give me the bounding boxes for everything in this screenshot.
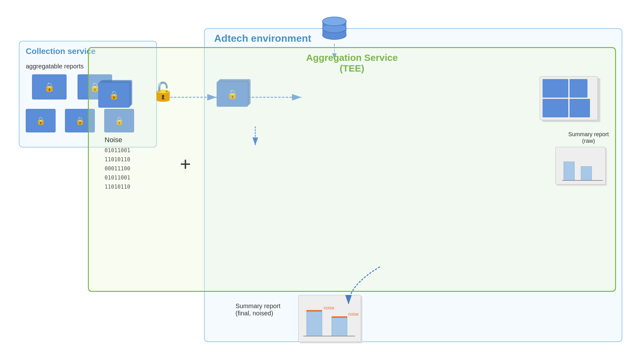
noise-binary: 01011001 11010110 00011100 01011001 1101…	[105, 146, 130, 191]
aggregation-tee-box: Aggregation Service (TEE) 🔒 🔓	[88, 47, 616, 292]
open-lock-icon: 🔓	[152, 81, 174, 102]
svg-point-4	[322, 17, 346, 26]
noise-section: Noise 01011001 11010110 00011100 0101100…	[105, 136, 130, 191]
collection-service-label: Collection service	[26, 46, 96, 56]
database-icon	[320, 16, 349, 45]
diagram-container: Adtech environment Collection service ag…	[9, 9, 629, 355]
summary-report-raw-paper	[555, 147, 606, 185]
noise-label: Noise	[105, 136, 130, 144]
locked-doc-3: 🔒	[26, 109, 56, 132]
summary-report-final-label: Summary report (final, noised)	[235, 302, 280, 317]
decrypted-docs-grid	[540, 76, 603, 123]
aggregatable-reports-label: aggregatable reports	[26, 63, 84, 70]
noise-label-2: noise	[348, 312, 359, 317]
adtech-environment-label: Adtech environment	[214, 33, 311, 44]
plus-sign: +	[180, 153, 191, 175]
summary-report-final-paper: noise noise	[298, 295, 361, 342]
summary-report-raw-label: Summary report (raw)	[568, 131, 609, 144]
locked-doc-1: 🔒	[32, 74, 67, 99]
aggregation-service-label: Aggregation Service (TEE)	[306, 52, 398, 74]
noise-label-1: noise	[324, 305, 334, 310]
